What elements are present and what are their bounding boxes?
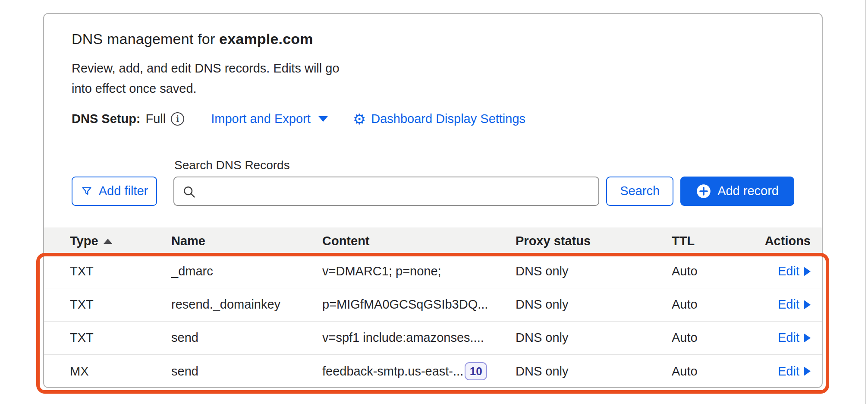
edit-record-button[interactable]: Edit (778, 331, 811, 345)
chevron-right-icon (804, 366, 811, 376)
search-button[interactable]: Search (606, 177, 673, 206)
cell-ttl: Auto (672, 297, 757, 312)
cell-type: TXT (70, 331, 171, 345)
plus-circle-icon (696, 183, 711, 199)
column-header-ttl-label: TTL (672, 234, 695, 248)
chevron-down-icon (318, 116, 328, 122)
import-export-dropdown[interactable]: Import and Export (211, 112, 328, 126)
add-filter-label: Add filter (99, 184, 148, 198)
chevron-right-icon (804, 333, 811, 343)
column-header-proxy-status-label: Proxy status (516, 234, 591, 248)
page-title-domain: example.com (219, 31, 313, 47)
table-row-send-mx: MX send feedback-smtp.us-east-... 10 DNS… (44, 355, 822, 388)
cell-content: v=DMARC1; p=none; (322, 264, 441, 278)
column-header-actions: Actions (765, 234, 811, 248)
import-export-label: Import and Export (211, 112, 311, 126)
cell-type: TXT (70, 264, 171, 278)
cell-name: send (171, 364, 322, 379)
cell-type: MX (70, 364, 171, 379)
add-filter-button[interactable]: Add filter (72, 177, 157, 206)
cell-type: TXT (70, 297, 171, 312)
gear-icon: ⚙ (353, 112, 366, 126)
dashboard-settings-label: Dashboard Display Settings (371, 112, 525, 126)
column-header-content-label: Content (322, 234, 370, 248)
dashboard-display-settings-link[interactable]: ⚙ Dashboard Display Settings (353, 112, 525, 126)
mx-priority-badge: 10 (465, 362, 487, 380)
table-row-domainkey-txt: TXT resend._domainkey p=MIGfMA0GCSqGSIb3… (44, 288, 822, 322)
table-row-dmarc-txt: TXT _dmarc v=DMARC1; p=none; DNS only Au… (44, 255, 822, 288)
chevron-right-icon (804, 267, 811, 276)
dns-management-card: DNS management for example.com Review, a… (43, 13, 823, 388)
search-icon (182, 185, 197, 199)
cell-name: send (171, 331, 322, 345)
table-row-send-txt: TXT send v=spf1 include:amazonses.... DN… (44, 322, 822, 355)
chevron-right-icon (804, 300, 811, 309)
cell-ttl: Auto (672, 264, 757, 278)
column-header-content[interactable]: Content (322, 234, 516, 248)
edit-label: Edit (778, 264, 799, 278)
page-title-prefix: DNS management for (72, 31, 219, 47)
cell-ttl: Auto (672, 364, 757, 379)
search-box (173, 177, 599, 206)
cell-proxy-status: DNS only (516, 364, 672, 379)
page-subtitle: Review, add, and edit DNS records. Edits… (72, 58, 354, 99)
page-title: DNS management for example.com (72, 30, 822, 48)
cell-proxy-status: DNS only (516, 297, 672, 312)
edit-record-button[interactable]: Edit (778, 364, 811, 379)
cell-content: p=MIGfMA0GCSqGSIb3DQ... (322, 297, 488, 312)
add-record-label: Add record (717, 184, 779, 198)
records-toolbar: Add filter Search DNS Records Search Add… (72, 158, 794, 206)
edit-record-button[interactable]: Edit (778, 297, 811, 312)
search-label: Search DNS Records (174, 158, 599, 172)
search-input[interactable] (174, 177, 598, 205)
edit-label: Edit (778, 364, 799, 379)
cell-name: _dmarc (171, 264, 322, 278)
cell-content: feedback-smtp.us-east-... (322, 364, 463, 379)
dns-setup-label: DNS Setup: (72, 112, 141, 126)
edit-label: Edit (778, 297, 799, 312)
sort-ascending-icon (104, 239, 112, 244)
column-header-ttl[interactable]: TTL (672, 234, 757, 248)
column-header-proxy-status[interactable]: Proxy status (516, 234, 672, 248)
column-header-name[interactable]: Name (171, 234, 322, 248)
dns-records-table: Type Name Content Proxy status TTL Actio… (44, 227, 822, 388)
table-header-row: Type Name Content Proxy status TTL Actio… (44, 227, 822, 255)
dns-setup-value: Full (146, 112, 166, 126)
column-header-name-label: Name (171, 234, 205, 248)
cell-name: resend._domainkey (171, 297, 322, 312)
screen-right-edge-divider (865, 0, 866, 404)
search-group: Search DNS Records (173, 158, 599, 206)
add-record-button[interactable]: Add record (680, 177, 794, 206)
info-icon[interactable]: i (171, 112, 184, 126)
cell-proxy-status: DNS only (516, 331, 672, 345)
edit-label: Edit (778, 331, 799, 345)
table-body: TXT _dmarc v=DMARC1; p=none; DNS only Au… (44, 255, 822, 388)
edit-record-button[interactable]: Edit (778, 264, 811, 278)
search-button-label: Search (620, 184, 660, 198)
filter-funnel-icon (81, 185, 93, 197)
cell-proxy-status: DNS only (516, 264, 672, 278)
card-header: DNS management for example.com Review, a… (44, 30, 822, 128)
column-header-actions-label: Actions (765, 234, 811, 248)
dns-setup-row: DNS Setup: Full i Import and Export ⚙ Da… (72, 110, 822, 128)
column-header-type-label: Type (70, 234, 98, 248)
column-header-type[interactable]: Type (70, 234, 171, 248)
cell-content: v=spf1 include:amazonses.... (322, 331, 484, 345)
cell-ttl: Auto (672, 331, 757, 345)
